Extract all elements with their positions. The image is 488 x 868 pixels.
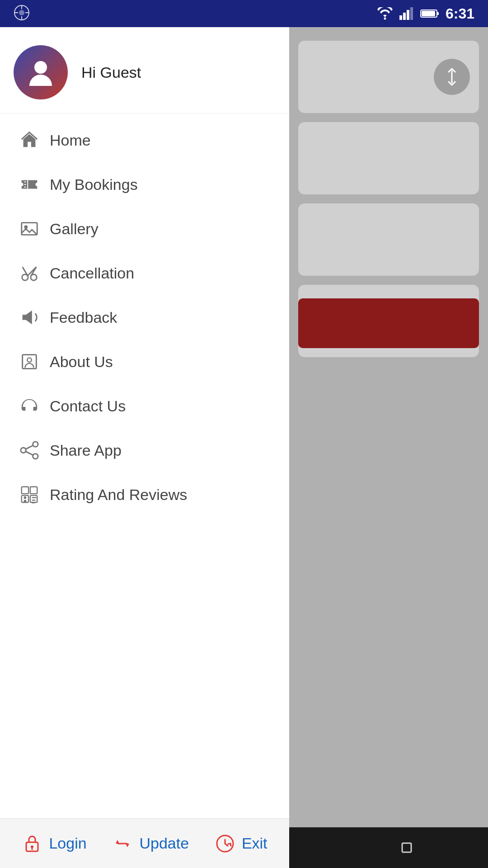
sidebar-item-gallery-label: Gallery (50, 220, 99, 238)
bottom-bar: Login Update Exit (0, 818, 289, 868)
sidebar-item-home[interactable]: Home (0, 118, 289, 162)
sidebar-item-rating-reviews[interactable]: Rating And Reviews (0, 472, 289, 517)
sidebar-item-contact-us-label: Contact Us (50, 397, 126, 415)
sidebar-item-cancellation-label: Cancellation (50, 264, 134, 282)
svg-point-34 (24, 500, 27, 503)
sidebar-item-about-us[interactable]: About Us (0, 340, 289, 384)
share-icon (14, 440, 45, 461)
exit-label: Exit (242, 835, 267, 852)
sidebar-item-gallery[interactable]: Gallery (0, 207, 289, 251)
sidebar-item-home-label: Home (50, 132, 91, 149)
sidebar-item-feedback[interactable]: Feedback (0, 295, 289, 340)
update-icon (112, 833, 133, 854)
red-bar (298, 298, 479, 348)
svg-rect-8 (403, 13, 406, 20)
status-icons: 6:31 (377, 5, 474, 22)
headset-icon (14, 396, 45, 416)
drawer-header: Hi Guest (0, 27, 289, 113)
exit-icon (215, 833, 235, 854)
greeting-text: Hi Guest (81, 64, 141, 81)
sidebar-item-cancellation[interactable]: Cancellation (0, 251, 289, 295)
svg-point-26 (33, 454, 38, 459)
right-card-1 (298, 41, 479, 113)
ticket-icon (14, 174, 45, 195)
sidebar-item-rating-reviews-label: Rating And Reviews (50, 486, 187, 504)
svg-line-27 (26, 445, 33, 449)
svg-point-25 (21, 448, 26, 453)
svg-point-39 (31, 845, 33, 848)
svg-point-23 (27, 358, 32, 362)
sidebar-item-my-bookings-label: My Bookings (50, 176, 138, 193)
right-card-3 (298, 203, 479, 276)
svg-rect-13 (422, 11, 435, 16)
sidebar-item-feedback-label: Feedback (50, 309, 117, 326)
svg-point-24 (33, 442, 38, 447)
person-icon (25, 57, 56, 88)
about-icon (14, 351, 45, 372)
svg-rect-44 (402, 843, 411, 852)
update-button[interactable]: Update (112, 833, 189, 854)
svg-line-28 (26, 452, 33, 455)
rating-icon (14, 484, 45, 505)
svg-rect-10 (410, 7, 413, 20)
login-button[interactable]: Login (22, 833, 86, 854)
svg-rect-30 (30, 487, 37, 494)
home-icon (14, 130, 45, 151)
svg-rect-29 (22, 487, 28, 494)
right-card-2 (298, 122, 479, 194)
drawer: Hi Guest Home My Bookings (0, 27, 289, 868)
status-time: 6:31 (446, 5, 474, 22)
recents-button[interactable] (398, 839, 416, 857)
sidebar-item-my-bookings[interactable]: My Bookings (0, 162, 289, 207)
login-label: Login (49, 835, 86, 852)
svg-rect-12 (437, 12, 439, 15)
right-card-4 (298, 285, 479, 357)
gallery-icon (14, 218, 45, 239)
svg-point-14 (34, 61, 47, 74)
sidebar-item-contact-us[interactable]: Contact Us (0, 384, 289, 428)
exit-button[interactable]: Exit (215, 833, 267, 854)
sidebar-item-share-app[interactable]: Share App (0, 428, 289, 472)
scissors-icon (14, 263, 45, 283)
svg-point-33 (24, 496, 27, 499)
sidebar-item-about-us-label: About Us (50, 353, 113, 371)
status-bar: 6:31 (0, 0, 488, 27)
svg-point-6 (384, 18, 386, 20)
megaphone-icon (14, 307, 45, 328)
menu-list: Home My Bookings (0, 113, 289, 818)
svg-rect-32 (30, 495, 37, 502)
update-label: Update (139, 835, 189, 852)
right-content (289, 27, 488, 868)
sidebar-item-share-app-label: Share App (50, 442, 122, 459)
status-bar-left-icon (14, 5, 30, 23)
svg-rect-7 (399, 15, 402, 20)
swap-circle (434, 59, 470, 95)
svg-point-1 (19, 10, 24, 15)
main-layout: Hi Guest Home My Bookings (0, 27, 488, 868)
svg-rect-9 (407, 10, 409, 20)
avatar (14, 45, 68, 99)
lock-icon (22, 833, 42, 854)
